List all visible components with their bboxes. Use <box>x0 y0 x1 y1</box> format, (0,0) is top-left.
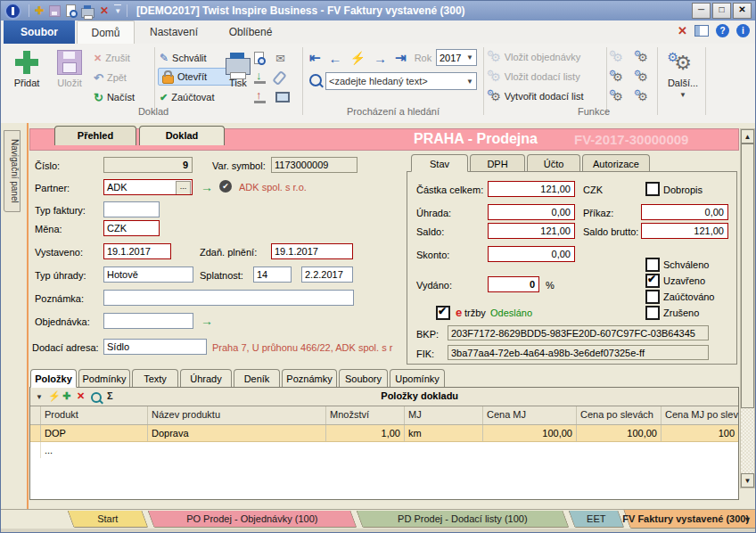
col-cena-mj-po-sleve[interactable]: Cena MJ po slev <box>662 406 738 424</box>
vytvorit-dodaci-list-button[interactable]: ⚙⚙Vytvořit dodací list <box>490 87 584 105</box>
tab-ucto[interactable]: Účto <box>527 154 580 172</box>
info-icon[interactable]: i <box>736 24 750 37</box>
col-nazev[interactable]: Název produktu <box>148 406 326 424</box>
window-tab-pd-prodej[interactable]: PD Prodej - Dodací listy (100) <box>357 511 570 528</box>
tab-doklad[interactable]: Doklad <box>139 126 225 145</box>
tab-texty[interactable]: Texty <box>132 369 178 388</box>
year-select[interactable]: 2017▼ <box>436 49 477 66</box>
lightning-icon[interactable]: ⚡ <box>350 51 366 65</box>
close-button[interactable]: ✕ <box>733 3 752 19</box>
tab-autorizace[interactable]: Autorizace <box>582 154 650 172</box>
prev-record-icon[interactable]: ← <box>329 51 342 66</box>
splitter[interactable] <box>27 123 29 509</box>
new-row[interactable]: ... <box>30 442 738 458</box>
tab-poznamky[interactable]: Poznámky <box>282 369 337 388</box>
grid-add-icon[interactable]: ✚ <box>62 390 70 402</box>
typ-uhrady-field[interactable]: Hotově <box>103 266 193 283</box>
tab-list-dropdown-icon[interactable]: ▼ <box>744 515 752 524</box>
tab-stav[interactable]: Stav <box>411 154 468 172</box>
pridat-button[interactable]: Přidat <box>6 47 47 102</box>
splatnost-datum-field[interactable]: 2.2.2017 <box>301 266 353 283</box>
function-button-4[interactable]: ⚙⚙ <box>637 48 648 66</box>
tab-podminky[interactable]: Podmínky <box>78 369 130 388</box>
partner-field[interactable]: ADK ... <box>103 179 193 195</box>
last-record-icon[interactable]: ⇥ <box>395 50 407 66</box>
dodaci-adresa-field[interactable]: Sídlo <box>103 339 207 355</box>
tab-upominky[interactable]: Upomínky <box>390 369 445 388</box>
function-button-5[interactable]: ⚙⚙ <box>637 68 648 86</box>
poznamka-field[interactable] <box>103 290 354 306</box>
grid-refresh-icon[interactable]: ⚡ <box>48 390 61 402</box>
eet-checkbox[interactable] <box>436 306 450 320</box>
function-button-6[interactable]: ⚙⚙ <box>637 87 648 105</box>
close-view-icon[interactable]: ✕ <box>678 24 687 37</box>
grid-menu-icon[interactable]: ▼ <box>36 393 43 401</box>
table-row[interactable]: DOP Doprava 1,00 km 100,00 100,00 100 <box>30 425 738 442</box>
attachment-button[interactable] <box>275 69 284 86</box>
scroll-up-button[interactable]: ▲ <box>741 129 754 144</box>
partner-lookup-button[interactable]: ... <box>176 181 191 195</box>
window-tab-fv-faktury[interactable]: FV Faktury vystavené (300)✕ <box>623 510 756 529</box>
scrollbar-thumb[interactable] <box>741 144 754 408</box>
tab-soubor[interactable]: Soubor <box>4 20 75 44</box>
splatnost-dny-field[interactable]: 14 <box>253 266 292 283</box>
typ-faktury-field[interactable] <box>103 201 160 217</box>
nacist-button[interactable]: ↻Načíst <box>94 88 135 106</box>
zauctovano-checkbox[interactable] <box>645 290 660 304</box>
tab-prehled[interactable]: Přehled <box>54 126 136 145</box>
dalsi-button[interactable]: ⚙⚙ Další... ▼ <box>662 47 703 102</box>
grid-sum-icon[interactable]: Σ <box>107 390 113 401</box>
export-button[interactable]: ↑ <box>254 88 266 106</box>
scroll-down-button[interactable]: ▼ <box>741 473 754 488</box>
mena-field[interactable]: CZK <box>103 220 160 236</box>
tab-nastaveni[interactable]: Nastavení <box>139 20 209 44</box>
col-cena-po-slevach[interactable]: Cena po slevách <box>577 406 662 424</box>
import-button[interactable]: ↓ <box>254 69 266 86</box>
row-selector[interactable] <box>30 442 41 458</box>
tab-domu[interactable]: Domů <box>77 20 135 44</box>
minimize-button[interactable]: ─ <box>692 3 711 19</box>
mail-button[interactable]: ✉ <box>275 49 285 67</box>
window-tab-eet[interactable]: EET <box>569 511 625 528</box>
vystaveno-field[interactable]: 19.1.2017 <box>103 243 171 259</box>
zdan-plneni-field[interactable]: 19.1.2017 <box>271 243 353 259</box>
zpet-button[interactable]: ↶Zpět <box>94 69 127 86</box>
zrusit-button[interactable]: ✕Zrušit <box>94 49 130 67</box>
col-produkt[interactable]: Produkt <box>41 406 148 424</box>
col-cena-mj[interactable]: Cena MJ <box>483 406 577 424</box>
navigation-panel-tab[interactable]: Navigační panel <box>4 130 21 212</box>
delete-icon[interactable]: ✕ <box>100 4 109 17</box>
schvaleno-checkbox[interactable] <box>645 258 660 272</box>
vertical-scrollbar[interactable]: ▲ ▼ <box>740 128 755 488</box>
zauctovat-button[interactable]: ✔Zaúčtovat <box>160 88 215 106</box>
customize-toolbar-icon[interactable]: ▼ <box>114 4 121 18</box>
schvalit-button[interactable]: ✎Schválit <box>160 49 207 67</box>
tab-soubory[interactable]: Soubory <box>339 369 388 388</box>
tab-oblibene[interactable]: Oblíbené <box>218 20 284 44</box>
col-mnozstvi[interactable]: Množství <box>326 406 405 424</box>
window-tab-po-prodej[interactable]: PO Prodej - Objednávky (100) <box>148 511 357 528</box>
tab-polozky[interactable]: Položky <box>30 369 77 388</box>
function-button-1[interactable]: ⚙⚙ <box>612 48 623 66</box>
vlozit-dodaci-listy-button[interactable]: ⚙⚙Vložit dodací listy <box>490 68 580 86</box>
dobropis-checkbox[interactable] <box>645 182 660 196</box>
add-icon[interactable]: ✚ <box>35 4 44 17</box>
layout-panel-icon[interactable] <box>694 25 709 37</box>
help-icon[interactable]: ? <box>716 24 729 37</box>
next-record-icon[interactable]: → <box>374 51 387 66</box>
function-button-3[interactable]: ⚙⚙ <box>612 87 623 105</box>
tab-uhrady[interactable]: Úhrady <box>180 369 232 388</box>
grid-delete-icon[interactable]: ✕ <box>77 390 85 402</box>
tisk-button[interactable]: Tisk <box>220 47 256 102</box>
grid-search-icon[interactable] <box>91 392 102 405</box>
device-button[interactable] <box>275 88 290 106</box>
tab-denik[interactable]: Deník <box>234 369 280 388</box>
col-mj[interactable]: MJ <box>405 406 483 424</box>
objednavka-field[interactable] <box>103 313 193 329</box>
function-button-2[interactable]: ⚙⚙ <box>612 68 623 86</box>
preview-button[interactable] <box>254 49 264 67</box>
zruseno-checkbox[interactable] <box>645 306 660 320</box>
print-preview-icon[interactable] <box>66 4 76 17</box>
maximize-button[interactable]: □ <box>712 3 731 19</box>
goto-partner-icon[interactable]: → <box>201 181 213 193</box>
